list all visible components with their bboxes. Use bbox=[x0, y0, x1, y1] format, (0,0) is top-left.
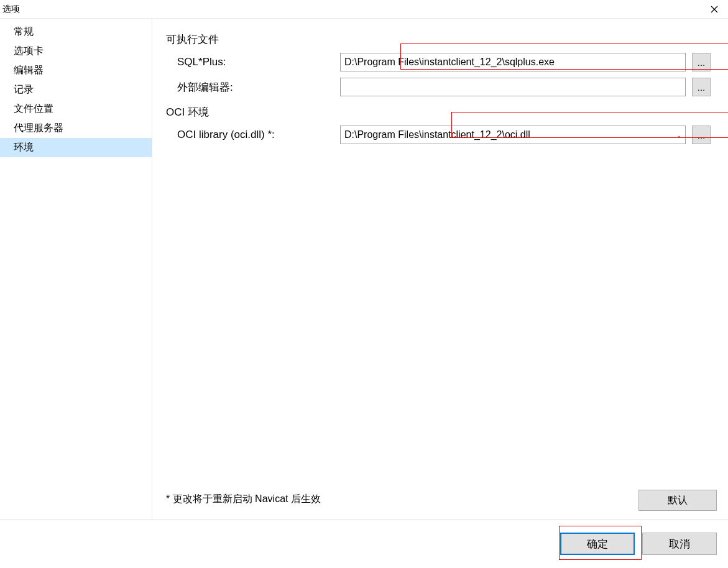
main-area: 常规 选项卡 编辑器 记录 文件位置 代理服务器 环境 可执行文件 SQL*Pl… bbox=[0, 19, 728, 520]
window-title: 选项 bbox=[2, 4, 20, 15]
section-executables: 可执行文件 bbox=[166, 32, 717, 47]
sqlplus-input[interactable] bbox=[340, 53, 686, 71]
defaults-button[interactable]: 默认 bbox=[638, 490, 717, 511]
footer: 确定 取消 bbox=[0, 520, 728, 567]
sidebar-item-tabs[interactable]: 选项卡 bbox=[0, 42, 152, 61]
sidebar-item-editor[interactable]: 编辑器 bbox=[0, 61, 152, 80]
titlebar: 选项 bbox=[0, 0, 728, 19]
oci-library-label: OCI library (oci.dll) *: bbox=[166, 129, 328, 141]
restart-note: * 更改将于重新启动 Navicat 后生效 bbox=[166, 493, 321, 506]
ok-button[interactable]: 确定 bbox=[560, 533, 635, 555]
external-editor-browse-button[interactable]: ... bbox=[692, 78, 711, 96]
sidebar-item-proxy[interactable]: 代理服务器 bbox=[0, 119, 152, 138]
row-external-editor: 外部编辑器: ... bbox=[166, 78, 717, 96]
cancel-button[interactable]: 取消 bbox=[642, 533, 717, 555]
sqlplus-browse-button[interactable]: ... bbox=[692, 53, 711, 71]
row-oci-library: OCI library (oci.dll) *: D:\Program File… bbox=[166, 126, 717, 144]
sidebar-item-file-location[interactable]: 文件位置 bbox=[0, 99, 152, 119]
sidebar: 常规 选项卡 编辑器 记录 文件位置 代理服务器 环境 bbox=[0, 19, 152, 520]
oci-library-combo[interactable]: D:\Program Files\instantclient_12_2\oci.… bbox=[340, 126, 686, 144]
section-oci: OCI 环境 bbox=[166, 105, 717, 119]
sidebar-item-records[interactable]: 记录 bbox=[0, 80, 152, 99]
content-panel: 可执行文件 SQL*Plus: ... 外部编辑器: ... OCI 环境 OC… bbox=[152, 19, 728, 520]
close-icon bbox=[711, 6, 718, 13]
sidebar-item-general[interactable]: 常规 bbox=[0, 22, 152, 42]
external-editor-input[interactable] bbox=[340, 78, 686, 96]
sqlplus-label: SQL*Plus: bbox=[166, 56, 328, 68]
row-sqlplus: SQL*Plus: ... bbox=[166, 53, 717, 71]
chevron-down-icon: ⌄ bbox=[676, 132, 681, 139]
sidebar-item-environment[interactable]: 环境 bbox=[0, 138, 152, 157]
oci-library-value: D:\Program Files\instantclient_12_2\oci.… bbox=[344, 129, 530, 140]
external-editor-label: 外部编辑器: bbox=[166, 80, 328, 94]
oci-library-browse-button[interactable]: ... bbox=[692, 126, 711, 144]
close-button[interactable] bbox=[701, 0, 728, 19]
